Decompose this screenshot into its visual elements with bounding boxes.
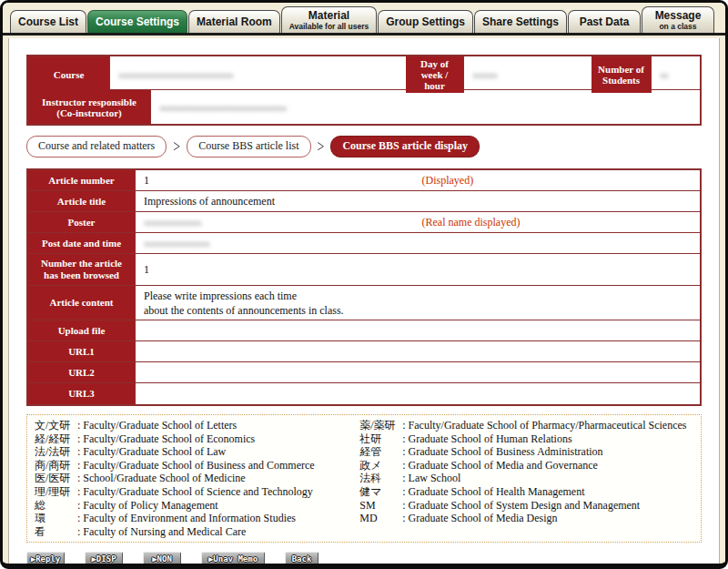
legend-abbr: 商/商研	[35, 459, 77, 472]
legend-name: : Faculty of Nursing and Medical Care	[77, 525, 352, 539]
legend-name: : Graduate School of Business Administra…	[402, 445, 693, 459]
legend-item: 社研: Graduate School of Human Relations	[359, 432, 693, 446]
day-of-week-value-redacted: xxxxxx	[472, 69, 497, 80]
faculty-legend-left-column: 文/文研: Faculty/Graduate School of Letters…	[35, 419, 352, 538]
instructor-label: Instructor responsible (Co-instructor)	[28, 90, 151, 124]
post-date-row: Post date and time xxxxxxxxxxxxxxxx	[28, 233, 700, 254]
poster-row: Poster xxxxxxxxxxxxxx (Real name display…	[28, 212, 700, 233]
legend-name: : Graduate School of Media and Governanc…	[402, 459, 693, 472]
students-value-redacted: xx	[660, 69, 668, 80]
legend-abbr: 文/文研	[35, 419, 77, 432]
action-button-row: ▶Reply ▶DISP ▶NON ▶Unav Memo Back	[26, 552, 702, 565]
course-info-row-2: Instructor responsible (Co-instructor) x…	[28, 90, 700, 124]
legend-abbr: 総	[35, 499, 77, 513]
breadcrumb-course-matters[interactable]: Course and related matters	[26, 136, 167, 157]
legend-abbr: MD	[359, 512, 402, 525]
legend-name: : Law School	[402, 472, 693, 485]
legend-abbr: 法科	[359, 472, 402, 485]
article-number-value: 1	[144, 174, 422, 188]
legend-name: : Faculty/Graduate School of Pharmacy/Ph…	[402, 419, 693, 432]
disp-button[interactable]: ▶DISP	[85, 552, 123, 565]
article-number-status: (Displayed)	[422, 174, 701, 188]
url2-label: URL2	[28, 362, 136, 382]
tab-course-list[interactable]: Course List	[10, 10, 86, 33]
legend-abbr: 政メ	[359, 459, 402, 472]
article-content-line-1: Please write impressions each time	[144, 289, 700, 303]
legend-item: 経/経研: Faculty/Graduate School of Economi…	[35, 432, 352, 446]
url1-row: URL1	[28, 341, 700, 362]
legend-abbr: 経/経研	[35, 432, 77, 446]
reply-button[interactable]: ▶Reply	[26, 552, 65, 565]
browse-count-row: Number the article has been browsed 1	[28, 254, 700, 286]
article-content-label: Article content	[28, 286, 136, 320]
faculty-legend-right-column: 薬/薬研: Faculty/Graduate School of Pharmac…	[359, 419, 693, 538]
legend-name: : School/Graduate School of Medicine	[77, 472, 352, 485]
legend-name: : Faculty of Policy Management	[77, 499, 352, 513]
tab-message[interactable]: Message on a class	[642, 6, 714, 33]
legend-name: : Graduate School of Health Management	[402, 485, 693, 499]
legend-name: : Faculty/Graduate School of Law	[77, 445, 352, 459]
legend-name: : Faculty/Graduate School of Science and…	[77, 485, 352, 499]
tab-material[interactable]: Material Available for all users	[281, 6, 378, 33]
faculty-legend: 文/文研: Faculty/Graduate School of Letters…	[26, 414, 702, 543]
legend-abbr: 健マ	[359, 485, 402, 499]
tab-material-label: Material	[308, 10, 349, 22]
legend-item: 政メ: Graduate School of Media and Governa…	[359, 459, 693, 472]
url3-row: URL3	[28, 383, 700, 404]
article-content-row: Article content Please write impressions…	[28, 286, 700, 320]
legend-name: : Faculty of Environment and Information…	[77, 512, 352, 525]
breadcrumb-bbs-article-list[interactable]: Course BBS article list	[187, 136, 310, 157]
legend-abbr: 社研	[359, 432, 402, 446]
legend-name: : Faculty/Graduate School of Business an…	[77, 459, 352, 472]
tab-message-sublabel: on a class	[659, 23, 696, 31]
non-button[interactable]: ▶NON	[143, 552, 181, 565]
students-value: xx	[652, 56, 700, 93]
article-table: Article number 1 (Displayed) Article tit…	[26, 168, 702, 406]
article-title-label: Article title	[28, 191, 136, 211]
legend-item: 経管: Graduate School of Business Administ…	[359, 445, 693, 459]
instructor-value: xxxxxxxxxxxxxxxxxxxxxxxxxxxxxxx	[151, 90, 700, 124]
poster-label: Poster	[28, 212, 136, 232]
tab-bar: Course List Course Settings Material Roo…	[3, 3, 725, 36]
course-info-row-1: Course xxxxxxxxxxxxxxxxxxxxxxxxxxxx Day …	[28, 56, 700, 90]
unav-memo-button[interactable]: ▶Unav Memo	[201, 552, 265, 565]
poster-value-redacted: xxxxxxxxxxxxxx	[144, 217, 422, 228]
day-of-week-value: xxxxxx	[464, 56, 592, 93]
legend-abbr: 薬/薬研	[359, 419, 402, 432]
course-value: xxxxxxxxxxxxxxxxxxxxxxxxxxxx	[110, 56, 406, 93]
legend-item: 法/法研: Faculty/Graduate School of Law	[35, 445, 352, 459]
poster-status: (Real name displayed)	[422, 216, 701, 229]
browse-count-value: 1	[144, 263, 422, 277]
legend-abbr: 理/理研	[35, 485, 77, 499]
tab-course-settings[interactable]: Course Settings	[87, 10, 187, 33]
legend-name: : Graduate School of System Design and M…	[402, 499, 693, 513]
legend-name: : Graduate School of Human Relations	[402, 432, 693, 446]
course-info-table: Course xxxxxxxxxxxxxxxxxxxxxxxxxxxx Day …	[26, 55, 702, 126]
breadcrumb-bbs-article-display: Course BBS article display	[330, 136, 480, 157]
article-number-row: Article number 1 (Displayed)	[28, 170, 700, 191]
article-title-row: Article title Impressions of announcemen…	[28, 191, 700, 212]
tab-past-data[interactable]: Past Data	[568, 10, 641, 33]
tab-material-sublabel: Available for all users	[289, 23, 369, 31]
article-title-value: Impressions of announcement	[144, 195, 422, 208]
legend-abbr: 看	[35, 525, 77, 539]
instructor-value-redacted: xxxxxxxxxxxxxxxxxxxxxxxxxxxxxxx	[159, 102, 287, 113]
tab-material-room[interactable]: Material Room	[188, 10, 280, 33]
browse-count-label: Number the article has been browsed	[28, 254, 136, 285]
tab-share-settings[interactable]: Share Settings	[474, 10, 567, 33]
back-button[interactable]: Back	[285, 552, 318, 565]
article-number-label: Article number	[28, 170, 136, 190]
legend-item: 理/理研: Faculty/Graduate School of Science…	[35, 485, 352, 499]
tab-group-settings[interactable]: Group Settings	[378, 10, 473, 33]
day-of-week-label: Day of week / hour	[406, 56, 464, 93]
legend-name: : Graduate School of Media Design	[402, 512, 693, 525]
article-content-line-2: about the contents of announcements in c…	[144, 303, 700, 318]
chevron-right-icon: >	[173, 137, 180, 157]
students-label: Number of Students	[592, 56, 652, 93]
legend-abbr: 環	[35, 512, 77, 525]
tab-message-label: Message	[655, 10, 702, 22]
legend-abbr: 医/医研	[35, 472, 77, 485]
post-date-value-redacted: xxxxxxxxxxxxxxxx	[144, 238, 422, 249]
legend-item: 総: Faculty of Policy Management	[35, 499, 352, 513]
upload-file-label: Upload file	[28, 320, 136, 340]
